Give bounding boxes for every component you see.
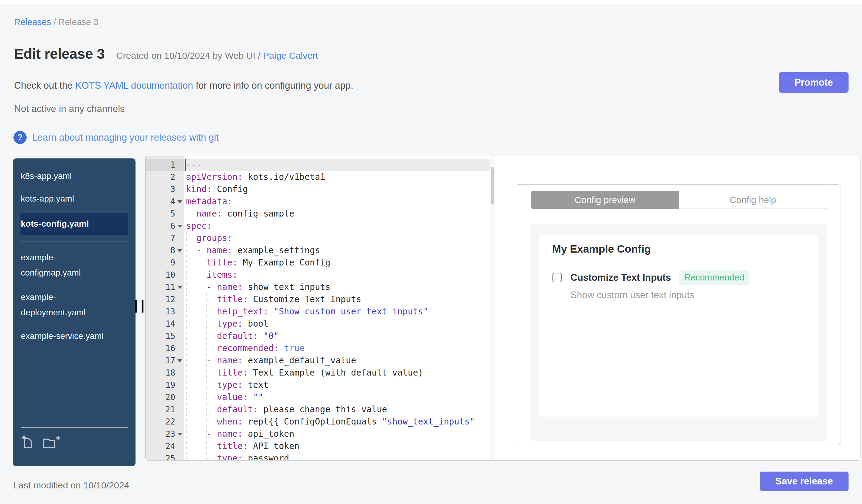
- fold-toggle-icon[interactable]: [178, 200, 182, 203]
- sidebar-resize-handle[interactable]: [135, 300, 146, 313]
- file-item-example-deployment.yaml[interactable]: example-deployment.yaml: [21, 290, 128, 320]
- code-line-21: default: please change this value: [184, 403, 490, 416]
- promote-button[interactable]: Promote: [779, 72, 849, 93]
- page-title: Edit release 3: [14, 45, 105, 62]
- add-folder-icon[interactable]: [42, 436, 60, 451]
- file-item-kots-config.yaml[interactable]: kots-config.yaml: [21, 213, 128, 235]
- docs-hint: Check out the KOTS YAML documentation fo…: [14, 80, 353, 91]
- code-line-7: groups:: [184, 232, 490, 244]
- gutter-line-23: 23: [146, 428, 184, 440]
- gutter-line-18: 18: [146, 367, 184, 379]
- file-list: k8s-app.yamlkots-app.yamlkots-config.yam…: [13, 158, 135, 343]
- gutter-line-21: 21: [146, 403, 184, 416]
- file-sidebar: k8s-app.yamlkots-app.yamlkots-config.yam…: [13, 158, 135, 466]
- gutter-line-13: 13: [146, 306, 184, 318]
- top-strip: [0, 0, 862, 4]
- gutter-line-16: 16: [146, 342, 184, 355]
- last-modified-text: Last modified on 10/10/2024: [13, 480, 129, 491]
- breadcrumb-current: Release 3: [58, 17, 99, 27]
- code-line-20: value: "": [184, 391, 490, 403]
- created-info: Created on 10/10/2024 by Web UI / Paige …: [116, 51, 318, 61]
- help-question-icon: ?: [13, 131, 27, 144]
- preview-tabs: Config preview Config help: [531, 191, 827, 209]
- config-preview-content: My Example Config Customize Text Inputs …: [531, 225, 827, 441]
- config-group-card: My Example Config Customize Text Inputs …: [539, 235, 818, 416]
- fold-toggle-icon[interactable]: [178, 359, 182, 362]
- code-line-9: title: My Example Config: [184, 256, 490, 269]
- file-item-k8s-app.yaml[interactable]: k8s-app.yaml: [21, 170, 128, 183]
- config-item-row: Customize Text Inputs Recommended: [552, 270, 749, 285]
- code-line-10: items:: [184, 269, 490, 281]
- gutter-line-6: 6: [146, 220, 184, 232]
- code-line-15: default: "0": [184, 330, 490, 342]
- config-group-title: My Example Config: [552, 243, 651, 255]
- file-item-example-configmap.yaml[interactable]: example-configmap.yaml: [21, 250, 128, 280]
- docs-hint-pre: Check out the: [14, 80, 75, 91]
- config-item-help-text: Show custom user text inputs: [571, 290, 694, 301]
- code-line-2: apiVersion: kots.io/v1beta1: [184, 171, 490, 183]
- code-line-19: type: text: [184, 379, 490, 391]
- editor-gutter: 1234567891011121314151617181920212223242…: [146, 156, 184, 461]
- breadcrumb: Releases / Release 3: [14, 17, 99, 27]
- fold-toggle-icon[interactable]: [178, 225, 182, 228]
- code-line-3: kind: Config: [184, 183, 490, 196]
- text-cursor: [185, 159, 186, 171]
- recommended-badge: Recommended: [679, 270, 749, 285]
- code-line-14: type: bool: [184, 318, 490, 330]
- code-line-1: ---: [184, 159, 490, 171]
- channel-status: Not active in any channels: [14, 103, 125, 115]
- breadcrumb-releases-link[interactable]: Releases: [14, 17, 51, 27]
- code-line-11: - name: show_text_inputs: [184, 281, 490, 293]
- save-release-button[interactable]: Save release: [760, 472, 849, 491]
- editor-panel: 1234567891011121314151617181920212223242…: [145, 156, 861, 461]
- gutter-line-19: 19: [146, 379, 184, 391]
- tab-config-preview[interactable]: Config preview: [531, 191, 679, 209]
- git-releases-help-link[interactable]: Learn about managing your releases with …: [32, 132, 219, 143]
- release-editor-page: Releases / Release 3 Edit release 3 Crea…: [0, 0, 862, 504]
- breadcrumb-separator: /: [53, 17, 58, 27]
- file-item-example-service.yaml[interactable]: example-service.yaml: [21, 329, 128, 343]
- code-editor[interactable]: ---apiVersion: kots.io/v1beta1kind: Conf…: [184, 156, 490, 461]
- customize-text-inputs-checkbox[interactable]: [552, 273, 562, 282]
- code-line-18: title: Text Example (with default value): [184, 367, 490, 379]
- code-line-25: type: password: [184, 452, 490, 461]
- fold-toggle-icon[interactable]: [178, 433, 182, 436]
- gutter-line-3: 3: [146, 183, 184, 196]
- gutter-line-11: 11: [146, 281, 184, 293]
- editor-scrollbar: [490, 156, 495, 461]
- code-line-5: name: config-sample: [184, 208, 490, 220]
- code-line-17: - name: example_default_value: [184, 355, 490, 367]
- fold-toggle-icon[interactable]: [178, 286, 182, 289]
- sidebar-bottom: [21, 427, 128, 451]
- gutter-line-17: 17: [146, 355, 184, 367]
- code-line-6: spec:: [184, 220, 490, 232]
- gutter-line-9: 9: [146, 256, 184, 269]
- gutter-line-4: 4: [146, 196, 184, 208]
- created-author-link[interactable]: Paige Calvert: [263, 51, 318, 61]
- file-item-kots-app.yaml[interactable]: kots-app.yaml: [21, 192, 128, 205]
- code-line-12: title: Customize Text Inputs: [184, 293, 490, 306]
- gutter-line-7: 7: [146, 232, 184, 244]
- add-file-icon[interactable]: [21, 436, 36, 451]
- gutter-line-10: 10: [146, 269, 184, 281]
- gutter-line-1: 1: [146, 159, 184, 171]
- config-preview-box: Config preview Config help My Example Co…: [515, 184, 841, 445]
- gutter-line-5: 5: [146, 208, 184, 220]
- config-item-label: Customize Text Inputs: [571, 272, 671, 283]
- code-line-4: metadata:: [184, 196, 490, 208]
- created-text: Created on 10/10/2024 by Web UI /: [116, 51, 260, 61]
- code-line-23: - name: api_token: [184, 428, 490, 440]
- fold-toggle-icon[interactable]: [178, 249, 182, 252]
- code-line-13: help_text: "Show custom user text inputs…: [184, 306, 490, 318]
- code-line-24: title: API token: [184, 440, 490, 452]
- gutter-line-25: 25: [146, 452, 184, 461]
- gutter-line-14: 14: [146, 318, 184, 330]
- code-line-22: when: repl{{ ConfigOptionEquals "show_te…: [184, 416, 490, 428]
- gutter-line-22: 22: [146, 416, 184, 428]
- editor-scrollbar-thumb[interactable]: [491, 167, 494, 204]
- gutter-line-15: 15: [146, 330, 184, 342]
- gutter-line-8: 8: [146, 244, 184, 256]
- tab-config-help[interactable]: Config help: [679, 191, 827, 209]
- docs-hint-post: for more info on configuring your app.: [193, 80, 353, 91]
- kots-docs-link[interactable]: KOTS YAML documentation: [75, 80, 193, 91]
